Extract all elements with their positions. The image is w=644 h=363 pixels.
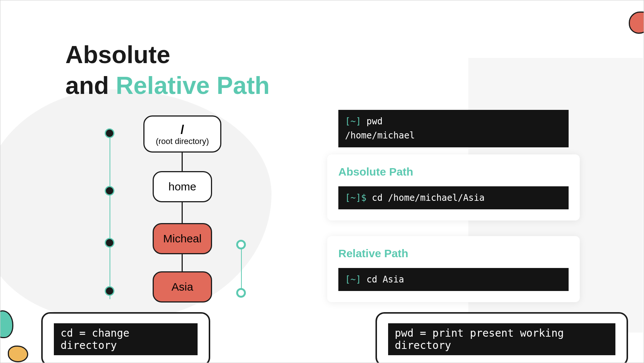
title-line2-pre: and bbox=[65, 72, 116, 99]
tree-node-home: home bbox=[153, 171, 212, 202]
absolute-path-title: Absolute Path bbox=[338, 166, 569, 178]
terminal-output: /home/michael bbox=[345, 128, 562, 143]
blob-decoration bbox=[0, 89, 271, 320]
terminal: [~] cd Asia bbox=[338, 268, 569, 291]
cd-definition-box: cd = change directory bbox=[41, 312, 210, 363]
terminal-pwd-block: [~] pwd /home/michael bbox=[338, 110, 569, 147]
dot-icon bbox=[105, 238, 114, 248]
pwd-definition-box: pwd = print present working directory bbox=[375, 312, 628, 363]
tree-node-asia: Asia bbox=[153, 271, 212, 302]
tree-timeline-right bbox=[236, 238, 247, 297]
relative-path-title: Relative Path bbox=[338, 247, 569, 260]
dot-icon bbox=[236, 288, 246, 298]
title-line2-accent: Relative Path bbox=[116, 72, 270, 99]
pwd-definition: pwd = print present working directory bbox=[388, 323, 615, 355]
terminal-cmd: pwd bbox=[361, 116, 383, 127]
terminal-prompt: [~] bbox=[345, 116, 361, 127]
blob-yellow-icon bbox=[8, 346, 28, 362]
terminal: [~] pwd /home/michael bbox=[338, 110, 569, 147]
tree-connector bbox=[182, 153, 183, 171]
cd-definition: cd = change directory bbox=[54, 323, 198, 355]
root-slash: / bbox=[180, 122, 184, 137]
dot-icon bbox=[105, 186, 114, 196]
terminal-prompt: [~] bbox=[345, 274, 361, 285]
terminal: [~]$ cd /home/michael/Asia bbox=[338, 186, 569, 209]
tree-node-micheal: Micheal bbox=[153, 223, 212, 254]
blob-teal-icon bbox=[0, 310, 13, 338]
tree-connector bbox=[182, 254, 183, 271]
node-label: Asia bbox=[172, 281, 193, 293]
slide-title: Absolute and Relative Path bbox=[65, 39, 270, 101]
dot-icon bbox=[105, 286, 114, 296]
node-label: home bbox=[168, 180, 196, 193]
blob-red-icon bbox=[629, 12, 644, 34]
tree-node-root: / (root directory) bbox=[143, 115, 221, 153]
tree-timeline-left bbox=[105, 127, 116, 305]
relative-path-card: Relative Path [~] cd Asia bbox=[327, 236, 580, 302]
terminal-cmd: cd Asia bbox=[361, 274, 404, 285]
title-line1: Absolute bbox=[65, 41, 170, 68]
absolute-path-card: Absolute Path [~]$ cd /home/michael/Asia bbox=[327, 154, 580, 220]
dot-icon bbox=[236, 240, 246, 249]
terminal-prompt: [~]$ bbox=[345, 193, 367, 203]
tree-connector bbox=[182, 202, 183, 223]
root-sub: (root directory) bbox=[156, 137, 209, 146]
terminal-cmd: cd /home/michael/Asia bbox=[367, 193, 485, 203]
dot-icon bbox=[105, 128, 114, 138]
node-label: Micheal bbox=[163, 232, 201, 245]
